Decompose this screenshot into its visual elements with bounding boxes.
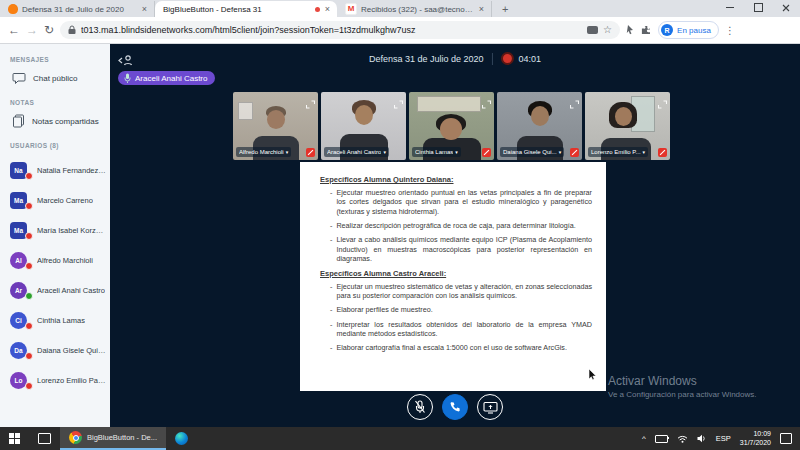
sidebar-item-public-chat[interactable]: Chat público — [12, 69, 110, 87]
talking-user-name: Araceli Anahi Castro — [135, 74, 207, 83]
fullscreen-icon[interactable] — [394, 95, 403, 113]
action-center-icon[interactable] — [780, 433, 792, 444]
close-icon[interactable]: × — [141, 4, 148, 15]
battery-icon[interactable] — [655, 435, 668, 443]
close-window-button[interactable] — [772, 0, 800, 15]
hide-userlist-button[interactable] — [118, 53, 134, 71]
wifi-icon[interactable] — [677, 435, 688, 443]
webcam-name-label[interactable]: Araceli Anahi Castro ▾ — [324, 147, 389, 157]
close-icon[interactable]: × — [478, 4, 485, 15]
user-list-item[interactable]: Ci Cinthia Lamas — [10, 305, 110, 335]
fullscreen-icon[interactable] — [658, 95, 667, 113]
user-list-item[interactable]: Al Alfredo Marchioli — [10, 245, 110, 275]
muted-mic-icon — [482, 148, 491, 157]
window-controls — [716, 0, 800, 15]
webcam-tile[interactable]: Araceli Anahi Castro ▾ — [321, 92, 406, 160]
webcam-tile[interactable]: Daiana Gisele Qui... ▾ — [497, 92, 582, 160]
unmuted-mic-icon — [25, 292, 33, 300]
webcam-name-label[interactable]: Lorenzo Emilio P... ▾ — [588, 147, 648, 157]
taskbar-clock[interactable]: 10:09 31/7/2020 — [740, 430, 771, 446]
slide-heading: Específicos Alumna Castro Araceli: — [320, 269, 592, 278]
new-tab-button[interactable]: + — [492, 3, 518, 15]
tab-recording-icon — [315, 7, 320, 12]
talking-indicator[interactable]: Araceli Anahi Castro — [118, 71, 215, 85]
user-list-item[interactable]: Da Daiana Gisele Quinte... — [10, 335, 110, 365]
slide-bullet: - Interpretar los resultados obtenidos d… — [330, 320, 592, 339]
webcam-tile[interactable]: Cinthia Lamas ▾ — [409, 92, 494, 160]
chevron-down-icon: ▾ — [643, 149, 646, 155]
moodle-favicon-icon — [8, 4, 18, 14]
user-list-item[interactable]: Ma María Isabel Korzeni... — [10, 215, 110, 245]
screenshare-icon — [483, 401, 498, 414]
user-list-item[interactable]: Ma Marcelo Carreno — [10, 185, 110, 215]
task-view-button[interactable] — [29, 427, 60, 450]
webcam-name-label[interactable]: Alfredo Marchioli ▾ — [236, 147, 291, 157]
recording-timer: 04:01 — [519, 54, 542, 64]
fullscreen-icon[interactable] — [306, 95, 315, 113]
webcam-tile[interactable]: Alfredo Marchioli ▾ — [233, 92, 318, 160]
back-icon[interactable]: ← — [8, 24, 20, 36]
taskbar-chrome-button[interactable]: BigBlueButton - De... — [60, 427, 166, 450]
fullscreen-icon[interactable] — [482, 95, 491, 113]
url-text: t013.ma1.blindsidenetworks.com/html5clie… — [81, 25, 582, 35]
fullscreen-icon[interactable] — [570, 95, 579, 113]
slide-heading: Específicos Alumna Quintero Daiana: — [320, 175, 592, 184]
extension-cursor-icon[interactable] — [626, 25, 635, 35]
webcam-name-label[interactable]: Cinthia Lamas ▾ — [412, 147, 461, 157]
user-list-item[interactable]: Ar Araceli Anahi Castro — [10, 275, 110, 305]
chat-icon — [12, 72, 26, 85]
profile-avatar: R — [661, 24, 673, 36]
meeting-title: Defensa 31 de Julio de 2020 — [369, 54, 484, 64]
bbb-app: MENSAJES Chat público NOTAS Notas compar… — [0, 44, 800, 427]
lock-icon — [68, 25, 76, 35]
recording-indicator[interactable]: 04:01 — [501, 52, 542, 65]
muted-mic-icon — [306, 148, 315, 157]
forward-icon[interactable]: → — [26, 24, 38, 36]
phone-icon — [449, 401, 462, 414]
taskbar-edge-button[interactable] — [166, 427, 197, 450]
webcam-tile[interactable]: Lorenzo Emilio P... ▾ — [585, 92, 670, 160]
reload-icon[interactable]: ↻ — [44, 24, 54, 36]
bookmark-star-icon[interactable]: ☆ — [603, 25, 612, 35]
chevron-down-icon: ▾ — [455, 149, 458, 155]
user-list-item[interactable]: Lo Lorenzo Emilio Parra — [10, 365, 110, 395]
start-button[interactable] — [0, 427, 29, 450]
windows-logo-icon — [9, 433, 20, 444]
close-icon[interactable]: × — [324, 4, 331, 15]
media-control-icon[interactable] — [587, 26, 598, 34]
tab-defensa[interactable]: Defensa 31 de Julio de 2020 × — [0, 1, 155, 17]
users-section-label: USUARIOS (8) — [10, 142, 110, 149]
muted-mic-icon — [658, 148, 667, 157]
tray-expand-icon[interactable]: ^ — [642, 434, 646, 443]
muted-mic-icon — [570, 148, 579, 157]
browser-menu-icon[interactable]: ⋮ — [725, 25, 735, 36]
muted-mic-icon — [25, 352, 33, 360]
action-bar — [407, 394, 503, 420]
leave-audio-button[interactable] — [442, 394, 468, 420]
tab-gmail[interactable]: M Recibidos (322) - saa@tecnou... × — [337, 1, 492, 17]
extensions-puzzle-icon[interactable] — [641, 25, 652, 36]
taskbar-app-label: BigBlueButton - De... — [87, 433, 157, 442]
language-indicator[interactable]: ESP — [716, 434, 731, 443]
chrome-icon — [69, 431, 82, 444]
task-view-icon — [38, 433, 51, 444]
muted-mic-icon — [25, 382, 33, 390]
mute-button[interactable] — [407, 394, 433, 420]
slide-bullet: - Ejecutar un muestreo sistemático de ve… — [330, 282, 592, 301]
user-list-item[interactable]: Na Natalia Fernandez (Tú) — [10, 155, 110, 185]
address-bar[interactable]: t013.ma1.blindsidenetworks.com/html5clie… — [60, 21, 620, 39]
webcam-name-label[interactable]: Daiana Gisele Qui... ▾ — [500, 147, 564, 157]
presentation-slide[interactable]: Específicos Alumna Quintero Daiana: - Ej… — [300, 162, 606, 391]
maximize-button[interactable] — [744, 0, 772, 15]
muted-mic-icon — [25, 322, 33, 330]
meeting-title-group: Defensa 31 de Julio de 2020 04:01 — [369, 52, 541, 65]
mouse-cursor — [588, 367, 597, 385]
record-icon — [501, 52, 514, 65]
speaker-icon[interactable] — [697, 434, 707, 443]
minimize-button[interactable] — [716, 0, 744, 15]
sidebar-item-shared-notes[interactable]: Notas compartidas — [12, 112, 110, 130]
profile-chip[interactable]: R En pausa — [658, 21, 719, 39]
tab-bigbluebutton[interactable]: b BigBlueButton - Defensa 31 × — [155, 1, 337, 17]
muted-mic-icon — [25, 202, 33, 210]
screenshare-button[interactable] — [477, 394, 503, 420]
